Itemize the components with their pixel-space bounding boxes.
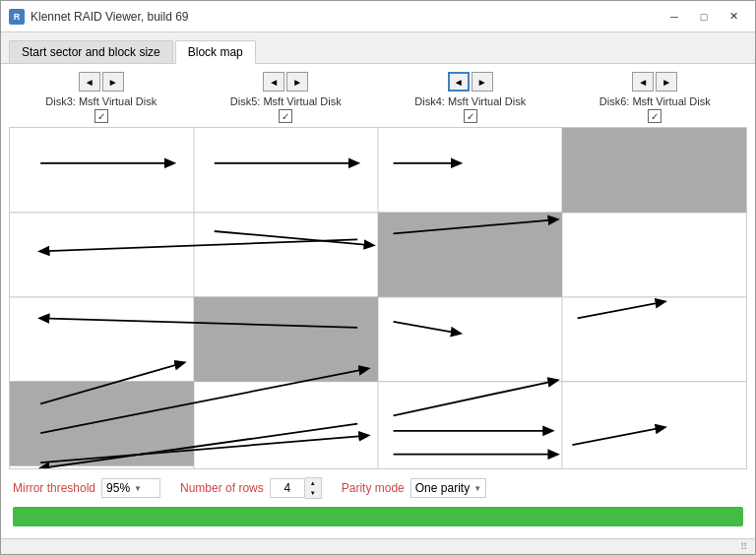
disk4-next-button[interactable]: ►	[472, 72, 493, 92]
number-of-rows-spinner: 4 ▲ ▼	[270, 477, 322, 499]
mirror-threshold-label: Mirror threshold	[13, 481, 95, 495]
disk6-control: ◄ ► Disk6: Msft Virtual Disk	[566, 72, 743, 123]
resize-grip: ⠿	[740, 541, 747, 552]
minimize-button[interactable]: ─	[661, 7, 688, 27]
mirror-threshold-group: Mirror threshold 95% ▼	[13, 478, 160, 498]
svg-line-13	[40, 239, 357, 251]
disk3-label: Disk3: Msft Virtual Disk	[45, 95, 157, 107]
parity-mode-dropdown[interactable]: One parity ▼	[410, 478, 486, 498]
disk4-control: ◄ ► Disk4: Msft Virtual Disk	[382, 72, 559, 123]
mirror-threshold-value: 95%	[106, 481, 130, 495]
disk3-next-button[interactable]: ►	[102, 72, 124, 92]
disk5-prev-button[interactable]: ◄	[263, 72, 284, 92]
svg-line-18	[578, 302, 664, 319]
svg-line-21	[394, 381, 557, 416]
footer-controls: Mirror threshold 95% ▼ Number of rows 4 …	[9, 469, 747, 503]
disk6-nav: ◄ ►	[632, 72, 677, 92]
parity-mode-arrow: ▼	[473, 484, 481, 493]
disk6-next-button[interactable]: ►	[656, 72, 677, 92]
svg-rect-7	[378, 213, 562, 297]
disk3-nav: ◄ ►	[79, 72, 124, 92]
app-icon: R	[9, 9, 25, 25]
number-of-rows-value[interactable]: 4	[270, 478, 305, 498]
disk5-nav: ◄ ►	[263, 72, 308, 92]
svg-rect-8	[194, 297, 378, 382]
svg-line-26	[572, 427, 664, 445]
disk6-prev-button[interactable]: ◄	[632, 72, 654, 92]
spinner-buttons: ▲ ▼	[305, 477, 322, 499]
close-button[interactable]: ✕	[720, 7, 747, 27]
parity-mode-value: One parity	[415, 481, 470, 495]
tabs-bar: Start sector and block size Block map	[1, 32, 755, 64]
main-content: ◄ ► Disk3: Msft Virtual Disk ◄ ► Disk5: …	[1, 64, 755, 538]
svg-rect-9	[10, 382, 194, 466]
rows-decrement-button[interactable]: ▼	[305, 488, 321, 498]
disk6-checkbox-row	[648, 109, 662, 123]
disk3-control: ◄ ► Disk3: Msft Virtual Disk	[13, 72, 190, 123]
progress-bar	[13, 507, 743, 526]
disk3-checkbox-row	[94, 109, 108, 123]
disk4-checkbox[interactable]	[464, 109, 477, 123]
number-of-rows-label: Number of rows	[180, 481, 264, 495]
disk5-checkbox-row	[279, 109, 292, 123]
tab-blockmap[interactable]: Block map	[175, 40, 256, 64]
title-bar-left: R Klennet RAID Viewer, build 69	[9, 9, 189, 25]
disk-controls: ◄ ► Disk3: Msft Virtual Disk ◄ ► Disk5: …	[9, 72, 747, 123]
status-bar: ⠿	[1, 538, 755, 554]
mirror-threshold-arrow: ▼	[134, 484, 142, 493]
main-window: R Klennet RAID Viewer, build 69 ─ □ ✕ St…	[0, 0, 756, 555]
disk5-label: Disk5: Msft Virtual Disk	[230, 95, 342, 107]
block-map-area	[9, 127, 747, 469]
disk6-label: Disk6: Msft Virtual Disk	[599, 95, 711, 107]
svg-rect-6	[562, 128, 746, 213]
block-map-svg	[10, 128, 746, 468]
window-controls: ─ □ ✕	[661, 7, 747, 27]
disk6-checkbox[interactable]	[648, 109, 662, 123]
disk5-checkbox[interactable]	[279, 109, 292, 123]
number-of-rows-group: Number of rows 4 ▲ ▼	[180, 477, 322, 499]
svg-line-17	[394, 322, 461, 334]
disk5-next-button[interactable]: ►	[286, 72, 308, 92]
maximize-button[interactable]: □	[690, 7, 718, 27]
disk3-prev-button[interactable]: ◄	[79, 72, 100, 92]
disk4-prev-button[interactable]: ◄	[448, 72, 470, 92]
disk3-checkbox[interactable]	[94, 109, 108, 123]
rows-increment-button[interactable]: ▲	[305, 478, 321, 488]
title-bar: R Klennet RAID Viewer, build 69 ─ □ ✕	[1, 1, 755, 32]
disk4-label: Disk4: Msft Virtual Disk	[414, 95, 526, 107]
disk4-nav: ◄ ►	[448, 72, 493, 92]
parity-mode-label: Parity mode	[342, 481, 405, 495]
mirror-threshold-dropdown[interactable]: 95% ▼	[101, 478, 160, 498]
tab-start[interactable]: Start sector and block size	[9, 40, 173, 63]
disk5-control: ◄ ► Disk5: Msft Virtual Disk	[197, 72, 374, 123]
window-title: Klennet RAID Viewer, build 69	[31, 10, 189, 24]
disk4-checkbox-row	[464, 109, 477, 123]
parity-mode-group: Parity mode One parity ▼	[342, 478, 486, 498]
